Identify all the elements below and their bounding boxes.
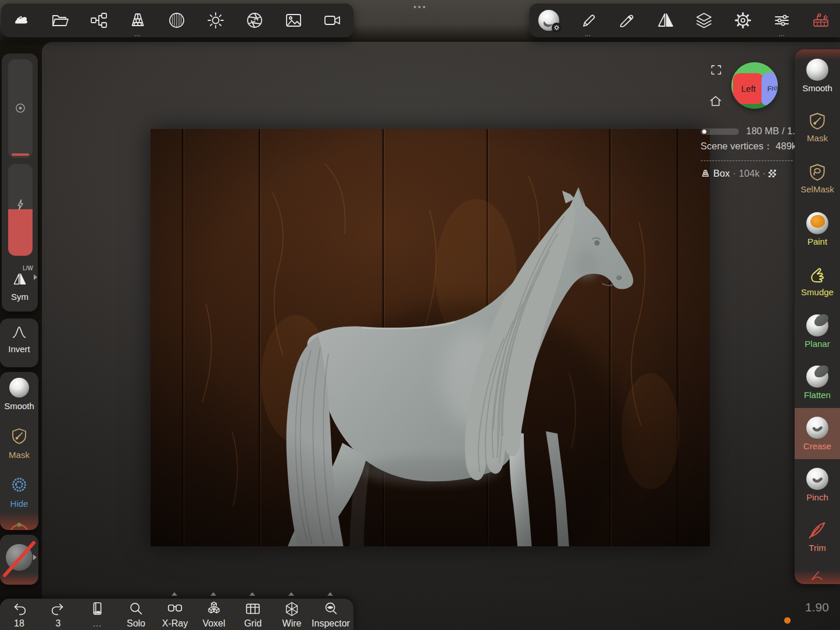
symmetry-toggle[interactable]: L/W Sym [2, 262, 38, 312]
undo-count: 18 [14, 618, 24, 629]
inspector-button[interactable]: Inspector [312, 599, 350, 630]
material-button[interactable] [157, 3, 196, 37]
selmask-shield-lasso-icon [807, 162, 827, 182]
scene-graph-icon [90, 11, 108, 30]
mesh-bricks-icon [700, 169, 710, 178]
quick-tool-smooth[interactable]: Smooth [0, 375, 38, 420]
matcap-sphere-icon [538, 10, 559, 31]
multitask-indicator[interactable]: ••• [397, 2, 444, 12]
partial-tool-icon [807, 566, 828, 580]
voxel-caret-icon[interactable] [210, 592, 216, 596]
aperture-icon [245, 11, 264, 30]
layers-icon [695, 11, 713, 30]
solo-magnifier-icon [127, 600, 145, 618]
invert-falloff-icon [10, 323, 28, 341]
mesh-count: 104k [739, 168, 760, 179]
tool-partial-next[interactable] [795, 561, 840, 584]
scene-graph-button[interactable] [79, 3, 118, 37]
tool-pinch[interactable]: Pinch [795, 459, 840, 510]
stroke-more-dots: … [569, 31, 607, 37]
quick-tool-gizmo-partial[interactable] [0, 518, 38, 530]
inspector-caret-icon[interactable] [327, 592, 333, 596]
layers-button[interactable] [685, 3, 724, 37]
background-button[interactable] [274, 3, 313, 37]
voxel-label: Voxel [202, 618, 225, 629]
orientation-gizmo[interactable]: Left Fro [731, 62, 778, 109]
tool-smooth-label: Smooth [802, 84, 832, 92]
wire-label: Wire [283, 618, 302, 629]
notification-dot [784, 617, 791, 624]
painting-button[interactable] [607, 3, 646, 37]
tool-trim[interactable]: Trim [795, 510, 840, 561]
xray-button[interactable]: X-Ray [156, 599, 194, 630]
topology-button[interactable]: … [118, 3, 157, 37]
radius-slider[interactable] [8, 59, 33, 158]
video-camera-icon [323, 11, 342, 30]
mask-shield-icon [807, 111, 827, 131]
memory-text: 180 MB / 1.5 [746, 126, 795, 136]
crease-sphere-icon [806, 417, 828, 439]
symmetry-button[interactable] [646, 3, 685, 37]
material-off-panel[interactable] [0, 535, 38, 585]
matcap-material-button[interactable] [530, 3, 569, 37]
toolbox-button[interactable] [801, 3, 840, 37]
tool-smooth[interactable]: Smooth [795, 50, 840, 101]
material-off-expand-arrow-icon [33, 554, 37, 560]
brush-settings-panel: L/W Sym [2, 53, 38, 312]
lighting-button[interactable] [196, 3, 235, 37]
tool-selmask[interactable]: SelMask [795, 152, 840, 203]
tool-planar[interactable]: Planar [795, 306, 840, 357]
nomad-logo-button[interactable] [1, 3, 40, 37]
solo-button[interactable]: Solo [117, 599, 155, 630]
xray-caret-icon[interactable] [171, 592, 177, 596]
radius-icon [13, 101, 27, 115]
home-view-icon[interactable] [709, 94, 723, 108]
tool-smudge-label: Smudge [801, 288, 834, 296]
tool-smudge[interactable]: Smudge [795, 255, 840, 306]
grid-caret-icon[interactable] [249, 592, 255, 596]
gizmo-left-face[interactable]: Left [733, 73, 764, 104]
voxel-button[interactable]: Voxel [195, 599, 233, 630]
smudge-finger-icon [807, 264, 828, 285]
vertices-label: Scene vertices： [700, 141, 773, 151]
top-right-toolbar: … [530, 3, 840, 37]
reference-backdrop-image [151, 129, 710, 546]
xray-label: X-Ray [162, 618, 188, 629]
intensity-slider[interactable] [8, 164, 33, 256]
matcap-gear-badge-icon [552, 23, 562, 33]
quick-tool-mask[interactable]: Mask [0, 424, 38, 468]
notebook-button[interactable]: … [78, 599, 116, 630]
wire-caret-icon[interactable] [288, 592, 294, 596]
solo-label: Solo [127, 618, 145, 629]
quick-tool-hide[interactable]: Hide [0, 473, 38, 517]
planar-sphere-icon [806, 314, 828, 337]
horse-sculpture-render [151, 129, 710, 546]
files-button[interactable] [40, 3, 79, 37]
wire-button[interactable]: Wire [273, 599, 311, 630]
folder-icon [51, 11, 69, 30]
intensity-lightning-icon [13, 198, 27, 212]
redo-button[interactable]: 3 [39, 599, 77, 630]
filters-button[interactable]: … [763, 3, 802, 37]
tool-flatten[interactable]: Flatten [795, 357, 840, 408]
undo-button[interactable]: 18 [0, 599, 38, 630]
radius-slider-value [12, 153, 29, 156]
quick-tool-hide-label: Hide [0, 499, 38, 509]
sym-label: Sym [2, 292, 38, 302]
tool-mask[interactable]: Mask [795, 101, 840, 152]
stroke-button[interactable]: … [569, 3, 607, 37]
notebook-icon [88, 600, 106, 618]
flatten-sphere-icon [806, 366, 828, 388]
fullscreen-icon[interactable] [710, 63, 723, 76]
invert-button[interactable]: Invert [0, 318, 38, 367]
paintbrush-icon [617, 11, 636, 30]
settings-button[interactable] [724, 3, 763, 37]
tool-crease[interactable]: Crease [795, 408, 840, 459]
scene-stats: 180 MB / 1.5 Scene vertices： 489k ------… [700, 126, 795, 179]
postprocess-button[interactable] [235, 3, 274, 37]
grid-button[interactable]: Grid [234, 599, 272, 630]
tool-paint[interactable]: Paint [795, 203, 840, 255]
sym-expand-arrow-icon [34, 274, 37, 280]
inspector-eye-magnifier-icon [322, 600, 339, 618]
camera-button[interactable] [313, 3, 352, 37]
